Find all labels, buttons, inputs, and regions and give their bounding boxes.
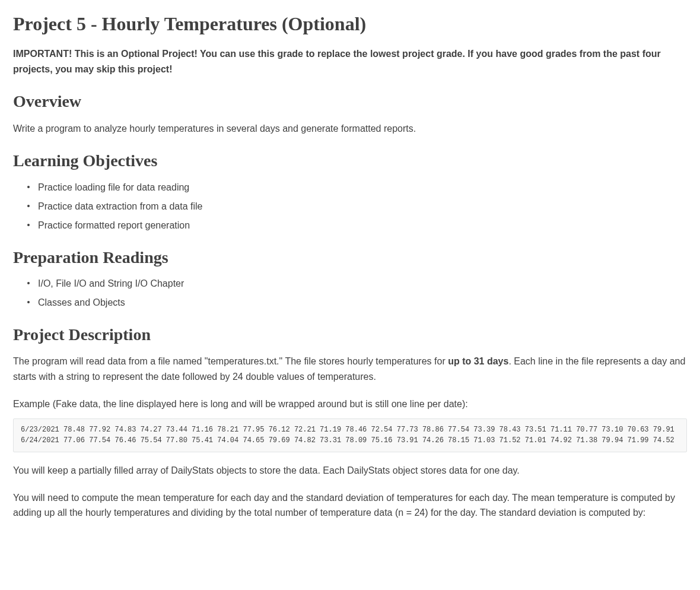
preparation-readings-heading: Preparation Readings <box>13 247 687 268</box>
list-item: Practice data extraction from a data fil… <box>27 199 687 214</box>
overview-text: Write a program to analyze hourly temper… <box>13 121 687 137</box>
learning-objectives-heading: Learning Objectives <box>13 150 687 172</box>
project-description-p3: You will need to compute the mean temper… <box>13 490 687 521</box>
bold-span: up to 31 days <box>448 356 508 366</box>
learning-objectives-list: Practice loading file for data reading P… <box>13 180 687 233</box>
list-item: I/O, File I/O and String I/O Chapter <box>27 277 687 291</box>
code-block: 6/23/2021 78.48 77.92 74.83 74.27 73.44 … <box>13 418 687 452</box>
page-title: Project 5 - Hourly Temperatures (Optiona… <box>13 12 687 36</box>
list-item: Practice formatted report generation <box>27 218 687 233</box>
text-span: The program will read data from a file n… <box>13 356 448 366</box>
list-item: Classes and Objects <box>27 296 687 310</box>
preparation-readings-list: I/O, File I/O and String I/O Chapter Cla… <box>13 277 687 310</box>
list-item: Practice loading file for data reading <box>27 180 687 195</box>
example-intro: Example (Fake data, the line displayed h… <box>13 396 687 412</box>
project-description-p2: You will keep a partially filled array o… <box>13 463 687 478</box>
project-description-p1: The program will read data from a file n… <box>13 354 687 384</box>
important-notice: IMPORTANT! This is an Optional Project! … <box>13 46 687 77</box>
project-description-heading: Project Description <box>13 324 687 345</box>
document-page: Project 5 - Hourly Temperatures (Optiona… <box>0 12 700 544</box>
overview-heading: Overview <box>13 91 687 112</box>
